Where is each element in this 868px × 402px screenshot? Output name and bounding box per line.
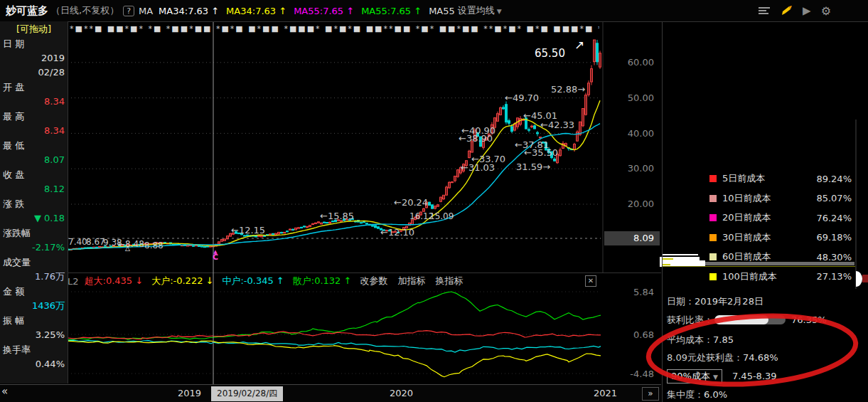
indicator-name: L2 [68, 276, 79, 287]
price-annotation: 8.88 [144, 240, 164, 250]
indicator-item: 散户:0.132 ↑ [293, 275, 352, 286]
price-annotation: ↗ [574, 38, 584, 52]
date-value: 2019年2月28日 [695, 296, 763, 307]
price-annotation: ←12.10 [380, 227, 414, 238]
legend-color-square [709, 253, 717, 260]
ma-indicator-group: MA34:7.63 ↑MA34:7.63 ↑MA55:7.65 ↑MA55:7.… [159, 6, 429, 16]
legend-item: 30日前成本69.18% [709, 231, 852, 244]
crosshair-date-tag: 2019/02/28/四 [211, 386, 283, 401]
scroll-more-button[interactable]: » [642, 387, 659, 401]
ma-settings-button[interactable]: 设置均线▼ [458, 4, 502, 17]
y-axis-label: 40.00 [604, 128, 654, 139]
avg-cost-label: 平均成本： [667, 334, 713, 345]
legend-label: 60日前成本 [722, 250, 771, 263]
price-annotation: 8.67 [86, 237, 105, 247]
quote-row-label: 涨跌幅 [3, 226, 65, 240]
quote-row-label: 最 高 [3, 109, 65, 124]
quote-row: 成交量1.76万 [0, 255, 68, 284]
price-annotation: ←31.03 [461, 162, 495, 173]
quote-row: 日 期201902/28 [0, 36, 68, 80]
quote-row: 最 高8.34 [0, 109, 68, 138]
indicator-item: 大户:-0.222 ↓ [151, 275, 213, 286]
quote-row-label: 金 额 [3, 284, 65, 299]
quote-row: 涨 跌▼ 0.18 [0, 196, 68, 226]
collapse-button[interactable]: « [1, 385, 8, 398]
marker-letter: C [213, 255, 218, 260]
quote-row: 振 幅3.25% [0, 313, 68, 342]
legend-label: 5日前成本 [722, 172, 765, 185]
quote-row-label: 收 盘 [3, 167, 65, 182]
legend-label: 30日前成本 [722, 231, 771, 244]
quote-panel[interactable]: [可拖动] 日 期201902/28开 盘8.34最 高8.34最 低8.07收… [0, 21, 68, 384]
legend-value: 48.30% [816, 252, 852, 263]
ma-settings-label: 设置均线 [458, 5, 495, 16]
cost90-dropdown[interactable]: 90%成本▼ [667, 369, 722, 384]
quote-row: 收 盘8.12 [0, 167, 68, 196]
price-annotation: ←12.15 [231, 225, 265, 236]
y-axis-label: 20.00 [604, 199, 654, 209]
indicator-item: 中户:-0.345 ↑ [222, 275, 284, 286]
chevron-down-icon: ▼ [713, 374, 718, 381]
legend-item: 5日前成本89.24% [709, 172, 852, 185]
quote-row-value: -2.17% [3, 240, 65, 255]
quote-row: 涨跌幅-2.17% [0, 226, 68, 255]
avg-cost-value: 7.85 [713, 334, 734, 345]
price-annotation: ←42.33 [540, 120, 574, 130]
ma-indicator: MA55:7.65 ↑ [361, 6, 422, 16]
indicator-button[interactable]: 换指标 [435, 275, 463, 286]
legend-label: 10日前成本 [722, 192, 771, 205]
legend-value: 85.07% [816, 193, 852, 203]
price-annotation: ←49.70 [505, 92, 539, 103]
play-icon[interactable]: ▶ [803, 4, 811, 17]
quote-row-value: 8.12 [3, 182, 65, 196]
cost-info-profit-ratio: 获利比率：76.35% [667, 314, 827, 327]
quote-row-value: 8.34 [3, 124, 65, 138]
indicator-button[interactable]: 改参数 [360, 275, 387, 286]
close-icon[interactable]: ✕ [585, 275, 596, 287]
report-icon[interactable] [759, 6, 770, 16]
y-axis-label: 60.00 [604, 57, 654, 68]
quote-row: 开 盘8.34 [0, 80, 68, 109]
quote-row-label: 换手率 [3, 342, 65, 357]
y-axis-label: 30.00 [604, 163, 654, 174]
quote-row-label: 涨 跌 [3, 196, 65, 211]
price-profit-label: 8.09元处获利盘： [667, 352, 743, 363]
legend-label: 100日前成本 [722, 270, 777, 283]
legend-color-square [709, 214, 717, 221]
ma-indicator: MA55:7.65 ↑ [294, 6, 354, 16]
legend-item: 100日前成本27.13% [709, 270, 852, 283]
quote-row-value: 02/28 [3, 65, 65, 80]
draw-arrow-icon[interactable] [780, 4, 793, 17]
indicator-button[interactable]: 加指标 [397, 275, 425, 286]
cost90-range-value: 7.45-8.39 [732, 371, 777, 381]
gear-icon[interactable]: ⚙ [821, 4, 831, 18]
cost-info-avg-cost: 平均成本：7.85 [667, 334, 734, 347]
drag-handle-label[interactable]: [可拖动] [0, 21, 68, 36]
app-window: 妙可蓝多 （日线,不复权） ? MA MA34:7.63 ↑MA34:7.63 … [0, 0, 868, 402]
quote-row-label: 开 盘 [3, 80, 65, 95]
indicator-header: L2 超大:0.435 ↓大户:-0.222 ↓中户:-0.345 ↑散户:0.… [68, 274, 601, 288]
x-axis-label: 2020 [390, 388, 413, 398]
concentration-label: 集中度： [667, 389, 704, 400]
price-annotation: 31.59→ [516, 162, 550, 172]
quote-row-label: 振 幅 [3, 313, 65, 328]
event-marker-c: ▲ C [213, 250, 218, 260]
price-profit-value: 74.68% [743, 352, 778, 363]
legend-item: 10日前成本85.07% [709, 192, 852, 205]
stock-title: 妙可蓝多 [6, 4, 48, 18]
y-axis-label: 5.84 [604, 287, 654, 297]
price-annotation: ←38.90 [459, 133, 493, 144]
profit-ratio-progressbar [714, 315, 786, 324]
help-icon[interactable]: ? [123, 6, 134, 16]
concentration-value: 6.0% [704, 389, 727, 400]
quote-row: 换手率0.44% [0, 342, 68, 371]
crosshair-price-tag: 8.09 [604, 231, 660, 245]
price-annotation: 15.09 [429, 211, 454, 221]
quote-row-label: 成交量 [3, 255, 65, 270]
legend-value: 27.13% [816, 271, 852, 282]
ma-suffix-label: MA55 [429, 6, 455, 16]
legend-color-square [709, 273, 717, 280]
price-annotation: △ [125, 245, 130, 252]
legend-color-square [709, 175, 717, 182]
cost-distribution-panel: 5日前成本89.24%10日前成本85.07%20日前成本76.24%30日前成… [662, 21, 868, 402]
